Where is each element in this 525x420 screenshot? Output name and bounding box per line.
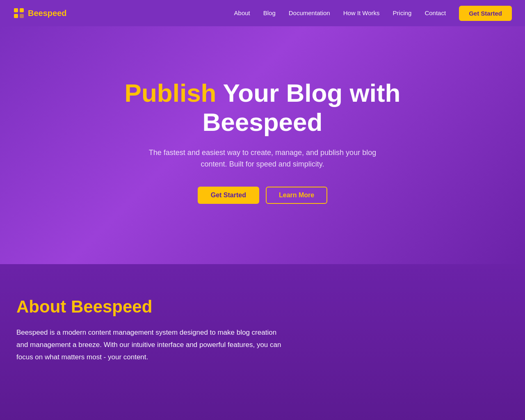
nav-link-how[interactable]: How It Works: [343, 9, 380, 16]
nav-links: About Blog Documentation How It Works Pr…: [234, 6, 512, 21]
nav-link-pricing[interactable]: Pricing: [393, 9, 412, 16]
hero-title-rest: Your Blog with Beespeed: [203, 79, 401, 136]
beespeed-logo-icon: [13, 7, 25, 19]
svg-rect-2: [14, 14, 18, 18]
nav-item-how[interactable]: How It Works: [343, 9, 380, 17]
about-body: Beespeed is a modern content management …: [16, 326, 287, 363]
about-title: About Beespeed: [16, 297, 509, 317]
nav-item-contact[interactable]: Contact: [425, 9, 446, 17]
hero-title-highlight: Publish: [125, 79, 217, 107]
nav-cta-item: Get Started: [459, 6, 512, 21]
svg-rect-3: [20, 14, 24, 18]
hero-get-started-button[interactable]: Get Started: [198, 187, 259, 204]
nav-item-docs[interactable]: Documentation: [289, 9, 330, 17]
nav-item-pricing[interactable]: Pricing: [393, 9, 412, 17]
nav-link-blog[interactable]: Blog: [263, 9, 276, 16]
hero-title: Publish Your Blog with Beespeed: [78, 78, 447, 137]
brand-name: Beespeed: [28, 9, 67, 18]
nav-link-contact[interactable]: Contact: [425, 9, 446, 16]
nav-item-blog[interactable]: Blog: [263, 9, 276, 17]
nav-get-started-button[interactable]: Get Started: [459, 6, 512, 21]
about-section: About Beespeed Beespeed is a modern cont…: [0, 264, 525, 420]
nav-link-about[interactable]: About: [234, 9, 250, 16]
hero-learn-more-button[interactable]: Learn More: [266, 187, 327, 204]
nav-logo[interactable]: Beespeed: [13, 7, 67, 19]
hero-buttons: Get Started Learn More: [198, 187, 328, 204]
nav-item-about[interactable]: About: [234, 9, 250, 17]
hero-section: Publish Your Blog with Beespeed The fast…: [0, 26, 525, 264]
nav-link-docs[interactable]: Documentation: [289, 9, 330, 16]
navbar: Beespeed About Blog Documentation How It…: [0, 0, 525, 26]
svg-rect-0: [14, 8, 18, 12]
svg-rect-1: [20, 8, 24, 12]
hero-subtitle: The fastest and easiest way to create, m…: [148, 147, 377, 171]
